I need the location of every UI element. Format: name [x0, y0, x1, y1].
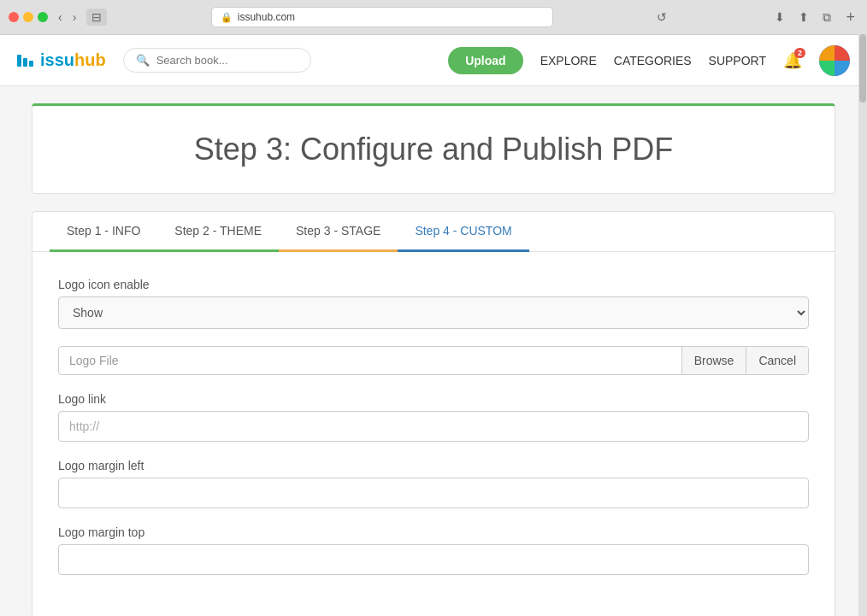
nav-links: EXPLORE CATEGORIES SUPPORT	[540, 54, 766, 67]
traffic-lights	[9, 12, 48, 22]
fullscreen-button[interactable]: ⧉	[818, 9, 835, 26]
logo-link-group: Logo link	[58, 392, 809, 442]
browser-chrome: ‹ › ⊟ 🔒 issuhub.com ↺ ⬇ ⬆ ⧉ +	[0, 0, 867, 35]
logo-margin-left-group: Logo margin left	[58, 459, 809, 508]
scrollbar[interactable]	[858, 0, 867, 616]
search-box: 🔍	[123, 48, 311, 73]
browser-actions: ⬇ ⬆ ⧉	[770, 9, 835, 26]
avatar-image	[819, 45, 850, 76]
tab-step2[interactable]: Step 2 - THEME	[157, 212, 279, 252]
forward-button[interactable]: ›	[69, 9, 80, 26]
search-icon: 🔍	[136, 54, 150, 67]
notification-badge: 2	[794, 48, 805, 58]
page-wrapper: issuhub 🔍 Upload EXPLORE CATEGORIES SUPP…	[0, 35, 867, 616]
notification-button[interactable]: 🔔 2	[783, 51, 802, 70]
avatar[interactable]	[819, 45, 850, 76]
new-tab-button[interactable]: +	[842, 9, 858, 26]
tab-step1[interactable]: Step 1 - INFO	[50, 212, 157, 252]
back-button[interactable]: ‹	[55, 9, 66, 26]
nav-support[interactable]: SUPPORT	[709, 54, 766, 67]
logo-file-label: Logo File	[59, 347, 681, 374]
scrollbar-thumb[interactable]	[859, 34, 866, 103]
form-content: Logo icon enable Show Hide Logo File Bro…	[32, 252, 835, 616]
tab-step3[interactable]: Step 3 - STAGE	[279, 212, 398, 252]
refresh-button[interactable]: ↺	[657, 10, 667, 24]
logo-margin-left-input[interactable]	[58, 478, 809, 508]
tab-step4[interactable]: Step 4 - CUSTOM	[398, 212, 528, 252]
logo-file-row: Logo File Browse Cancel	[58, 346, 809, 375]
logo[interactable]: issuhub	[17, 50, 106, 70]
nav-arrows: ‹ ›	[55, 9, 80, 26]
logo-icon-group: Logo icon enable Show Hide	[58, 278, 809, 329]
page-title: Step 3: Configure and Publish PDF	[50, 132, 817, 167]
download-button[interactable]: ⬇	[770, 9, 789, 26]
maximize-traffic-light[interactable]	[38, 12, 48, 22]
logo-text: issuhub	[40, 50, 106, 70]
upload-button[interactable]: Upload	[448, 47, 522, 74]
logo-margin-top-label: Logo margin top	[58, 525, 809, 539]
tabs-header: Step 1 - INFO Step 2 - THEME Step 3 - ST…	[32, 212, 835, 252]
share-button[interactable]: ⬆	[794, 9, 813, 26]
logo-icon-select[interactable]: Show Hide	[58, 296, 809, 329]
logo-text-orange: hub	[74, 50, 106, 69]
search-input[interactable]	[156, 54, 293, 67]
logo-icon	[17, 55, 33, 67]
logo-link-input[interactable]	[58, 411, 809, 442]
cancel-file-button[interactable]: Cancel	[746, 347, 808, 374]
navbar: issuhub 🔍 Upload EXPLORE CATEGORIES SUPP…	[0, 35, 867, 86]
logo-margin-left-label: Logo margin left	[58, 459, 809, 472]
logo-margin-top-input[interactable]	[58, 544, 809, 575]
minimize-traffic-light[interactable]	[23, 12, 33, 22]
url-text: issuhub.com	[238, 11, 295, 23]
steps-card: Step 1 - INFO Step 2 - THEME Step 3 - ST…	[32, 211, 835, 616]
browse-button[interactable]: Browse	[681, 347, 746, 374]
nav-categories[interactable]: CATEGORIES	[614, 54, 692, 67]
address-bar: 🔒 issuhub.com	[211, 7, 553, 27]
tab-view-button[interactable]: ⊟	[86, 9, 107, 26]
logo-link-label: Logo link	[58, 392, 809, 406]
lock-icon: 🔒	[221, 12, 233, 23]
header-card: Step 3: Configure and Publish PDF	[32, 103, 835, 194]
logo-text-blue: issu	[40, 50, 74, 69]
close-traffic-light[interactable]	[9, 12, 19, 22]
main-content: Step 3: Configure and Publish PDF Step 1…	[15, 86, 852, 616]
nav-explore[interactable]: EXPLORE	[540, 54, 597, 67]
logo-margin-top-group: Logo margin top	[58, 525, 809, 575]
logo-icon-label: Logo icon enable	[58, 278, 809, 291]
